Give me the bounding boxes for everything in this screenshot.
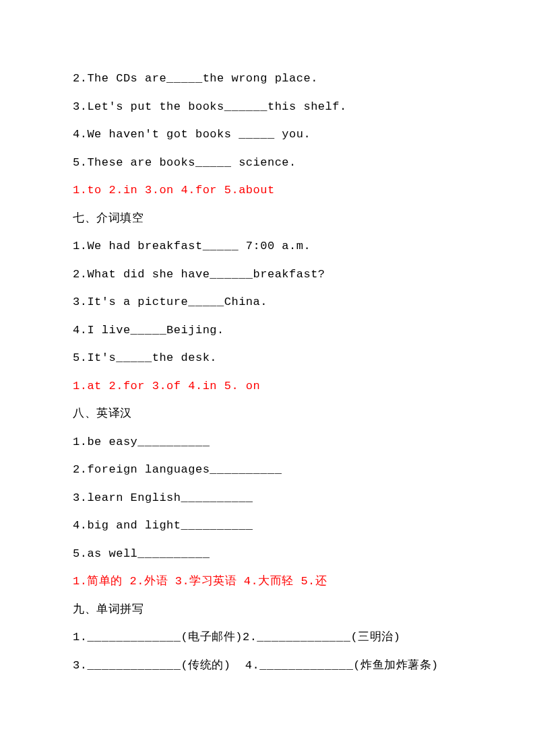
answer-line: 1.to 2.in 3.on 4.for 5.about: [73, 184, 462, 196]
exercise-line: 1.be easy__________: [73, 436, 462, 448]
answer-line: 1.简单的 2.外语 3.学习英语 4.大而轻 5.还: [73, 576, 462, 587]
exercise-line: 3.It's a picture_____China.: [73, 296, 462, 308]
section-heading: 七、介词填空: [73, 213, 462, 224]
exercise-line: 4.I live_____Beijing.: [73, 324, 462, 336]
exercise-line: 4.We haven't got books _____ you.: [73, 129, 462, 140]
exercise-line: 2.What did she have______breakfast?: [73, 269, 462, 280]
section-heading: 八、英译汉: [73, 408, 462, 419]
exercise-line: 5.as well__________: [73, 548, 462, 559]
exercise-line: 3.Let's put the books______this shelf.: [73, 101, 462, 112]
answer-line: 1.at 2.for 3.of 4.in 5. on: [73, 380, 462, 392]
section-heading: 九、单词拼写: [73, 604, 462, 615]
document-body: 2.The CDs are_____the wrong place. 3.Let…: [73, 73, 462, 671]
exercise-line: 5.These are books_____ science.: [73, 157, 462, 168]
exercise-line: 2.The CDs are_____the wrong place.: [73, 73, 462, 84]
exercise-line: 1.We had breakfast_____ 7:00 a.m.: [73, 240, 462, 252]
exercise-line: 5.It's_____the desk.: [73, 352, 462, 364]
exercise-line: 3.learn English__________: [73, 492, 462, 504]
exercise-line: 3._____________(传统的) 4._____________(炸鱼加…: [73, 660, 462, 671]
exercise-line: 4.big and light__________: [73, 520, 462, 531]
exercise-line: 2.foreign languages__________: [73, 464, 462, 475]
exercise-line: 1._____________(电子邮件)2._____________(三明治…: [73, 631, 462, 643]
